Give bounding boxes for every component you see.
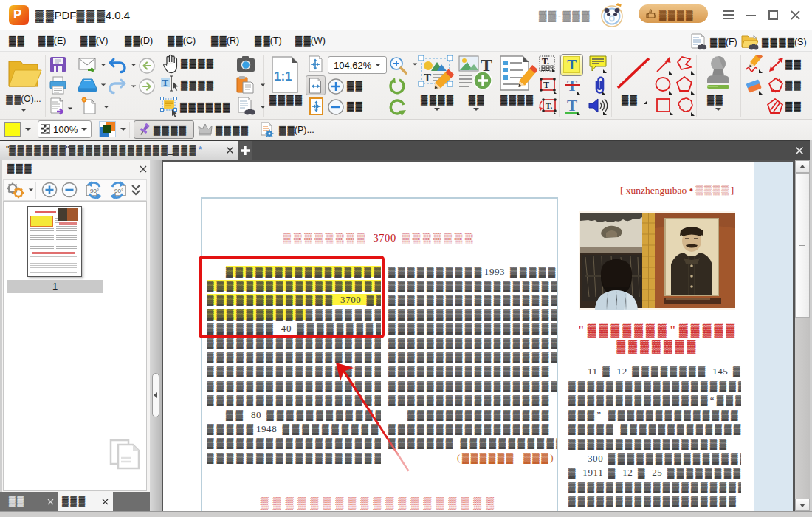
- svg-text:1:1: 1:1: [274, 69, 292, 83]
- svg-text:T.: T.: [546, 101, 553, 110]
- svg-text:T: T: [424, 72, 431, 83]
- svg-text:T: T: [162, 77, 169, 88]
- svg-text:T: T: [567, 97, 577, 114]
- svg-text:T_: T_: [543, 80, 554, 90]
- svg-text:90°: 90°: [114, 188, 123, 194]
- svg-text:T.: T.: [542, 56, 549, 66]
- svg-text:90°: 90°: [90, 188, 99, 194]
